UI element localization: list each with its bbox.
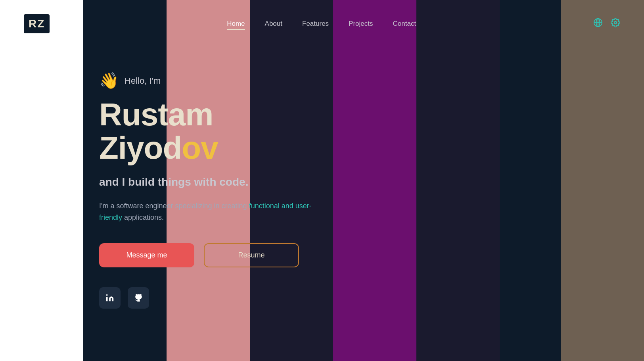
nav-icons <box>593 18 620 30</box>
nav-link-projects[interactable]: Projects <box>349 20 373 27</box>
greeting-text: Hello, I'm <box>125 76 161 86</box>
svg-point-5 <box>106 294 108 296</box>
name-last-normal: Ziyod <box>99 130 182 165</box>
nav-item-features[interactable]: Features <box>302 20 329 28</box>
hero-subtitle: and I build things with code. <box>99 176 333 188</box>
nav-links: Home About Features Projects Contact <box>227 20 416 28</box>
name-last-accent: ov <box>182 130 218 165</box>
nav-item-projects[interactable]: Projects <box>349 20 373 28</box>
nav-link-home[interactable]: Home <box>227 20 245 30</box>
linkedin-icon <box>105 294 114 302</box>
logo: RZ <box>24 14 50 33</box>
wave-emoji: 👋 <box>99 71 119 90</box>
globe-icon[interactable] <box>593 18 603 30</box>
nav-link-contact[interactable]: Contact <box>393 20 416 27</box>
resume-button[interactable]: Resume <box>204 243 299 267</box>
github-icon <box>134 294 143 302</box>
nav-link-about[interactable]: About <box>265 20 282 27</box>
hero-section: 👋 Hello, I'm Rustam Ziyodov and I build … <box>0 48 357 309</box>
hero-name: Rustam Ziyodov <box>99 98 333 165</box>
message-me-button[interactable]: Message me <box>99 243 194 267</box>
greeting-row: 👋 Hello, I'm <box>99 71 333 90</box>
linkedin-button[interactable] <box>99 287 121 309</box>
nav-item-about[interactable]: About <box>265 20 282 28</box>
nav-link-features[interactable]: Features <box>302 20 329 27</box>
nav-item-contact[interactable]: Contact <box>393 20 416 28</box>
name-first: Rustam <box>99 97 213 132</box>
hero-description: I'm a software engineer specializing in … <box>99 200 333 223</box>
navbar: RZ Home About Features Projects Contact <box>0 0 644 48</box>
description-end: applications. <box>122 213 164 221</box>
social-links <box>99 287 333 309</box>
nav-item-home[interactable]: Home <box>227 20 245 28</box>
settings-icon[interactable] <box>611 18 620 30</box>
svg-rect-4 <box>106 297 108 301</box>
github-button[interactable] <box>128 287 149 309</box>
page-wrapper: RZ Home About Features Projects Contact <box>0 0 644 361</box>
description-start: I'm a software engineer specializing in … <box>99 202 249 210</box>
hero-buttons: Message me Resume <box>99 243 333 267</box>
